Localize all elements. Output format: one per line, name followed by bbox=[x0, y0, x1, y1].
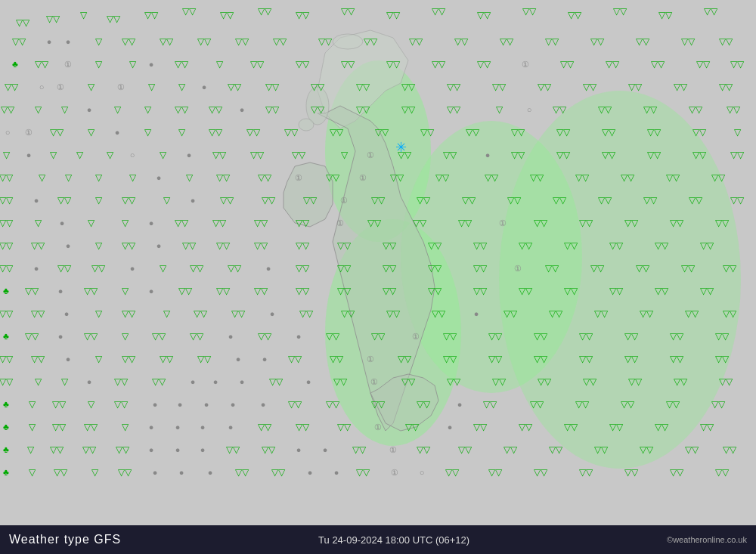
info-bar: Weather type GFS Tu 24-09-2024 18:00 UTC… bbox=[0, 525, 756, 554]
svg-point-5 bbox=[333, 34, 363, 49]
svg-point-7 bbox=[299, 119, 314, 131]
uk-map-svg bbox=[0, 0, 756, 554]
watermark-text: ©weatheronline.co.uk bbox=[667, 535, 747, 544]
datetime-display: Tu 24-09-2024 18:00 UTC (06+12) bbox=[318, 534, 469, 546]
svg-point-4 bbox=[499, 91, 741, 469]
svg-point-6 bbox=[306, 87, 329, 125]
map-title: Weather type GFS bbox=[9, 533, 121, 546]
map-container: ▽▽ ▽▽ ▽ ▽▽ ▽▽ ▽▽ ▽▽ ▽▽ ▽▽ ▽▽ ▽▽ ▽▽ ▽▽ ▽▽… bbox=[0, 0, 756, 554]
